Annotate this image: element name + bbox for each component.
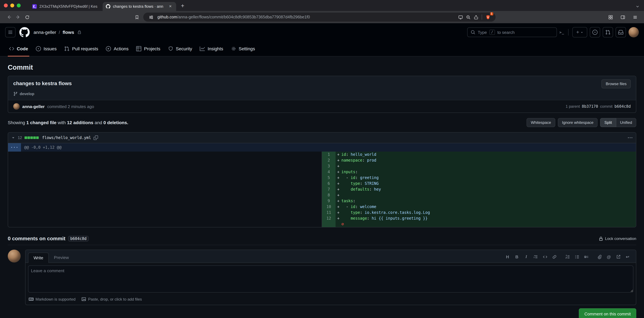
code-cell: id: hello_world — [341, 152, 636, 157]
tab-preview[interactable]: Preview — [49, 253, 74, 263]
bullet-list-icon[interactable] — [574, 254, 580, 259]
site-settings-icon[interactable] — [147, 13, 155, 21]
copy-path-icon[interactable] — [94, 135, 98, 140]
author-avatar[interactable] — [13, 103, 20, 110]
diff-line: 3+ — [322, 163, 636, 169]
command-palette-icon[interactable]: >_ — [560, 30, 564, 34]
pull-requests-dashboard-button[interactable] — [603, 27, 613, 37]
saved-replies-icon[interactable]: ↩ — [625, 254, 630, 259]
tab-pull-requests[interactable]: Pull requests — [60, 41, 102, 56]
tab-projects[interactable]: Projects — [132, 41, 164, 56]
browser-tab-kestra[interactable]: 2X3x2TMqX5NfvFPDj4wd6f | Kes — [29, 2, 102, 11]
markdown-supported-hint[interactable]: Markdown is supported — [29, 297, 76, 302]
parent-label: 1 parent — [566, 104, 580, 109]
cast-icon[interactable] — [456, 13, 464, 21]
tab-settings[interactable]: Settings — [227, 41, 259, 56]
global-nav-menu-button[interactable] — [5, 27, 16, 37]
plus-icon: + — [576, 30, 579, 35]
lock-conversation-button[interactable]: Lock conversation — [599, 236, 636, 241]
breadcrumb-owner[interactable]: anna-geller — [34, 30, 56, 35]
browse-files-button[interactable]: Browse files — [602, 79, 631, 88]
line-number[interactable]: 1 — [322, 152, 336, 157]
diff-line: 7+ defaults: hey — [322, 186, 636, 192]
brave-shield-icon[interactable]: 1 — [484, 13, 492, 21]
marker-empty — [336, 221, 341, 227]
tab-write[interactable]: Write — [28, 253, 49, 263]
quote-icon[interactable] — [533, 254, 538, 259]
cross-reference-icon[interactable] — [616, 254, 621, 259]
comment-textarea[interactable] — [28, 266, 633, 293]
mention-icon[interactable]: @ — [606, 254, 612, 259]
paste-hint-label: Paste, drop, or click to add files — [88, 297, 142, 302]
ignore-whitespace-button[interactable]: Ignore whitespace — [558, 118, 598, 127]
branch-name[interactable]: develop — [20, 92, 34, 96]
menu-icon[interactable] — [630, 12, 640, 22]
file-options-kebab-icon[interactable] — [628, 135, 633, 140]
window-zoom-button[interactable] — [17, 3, 21, 7]
line-number[interactable]: 11 — [322, 210, 336, 215]
line-number[interactable]: 12 — [322, 215, 336, 221]
tab-security[interactable]: Security — [164, 41, 196, 56]
tab-code[interactable]: Code — [5, 41, 32, 56]
comment-submit-button[interactable]: Comment on this commit — [579, 308, 636, 318]
github-header-area: anna-geller / flows Type / to search >_ … — [0, 23, 644, 56]
shield-badge: 1 — [490, 12, 493, 15]
line-number[interactable]: 6 — [322, 181, 336, 186]
tab-issues[interactable]: Issues — [32, 41, 60, 56]
bold-icon[interactable]: B — [514, 254, 520, 259]
line-number[interactable]: 4 — [322, 169, 336, 175]
tab-close-icon[interactable]: × — [168, 4, 173, 9]
share-icon[interactable] — [472, 13, 480, 21]
expand-hunk-button[interactable]: ··· — [8, 143, 21, 152]
attach-file-icon[interactable] — [597, 254, 602, 259]
heading-icon[interactable]: H — [505, 254, 510, 259]
collapse-chevron-icon[interactable] — [11, 136, 15, 140]
pull-request-icon — [64, 46, 70, 51]
reload-button[interactable] — [22, 12, 32, 22]
line-number[interactable]: 7 — [322, 186, 336, 192]
browser-tab-github[interactable]: changes to kestra flows · ann × — [102, 2, 176, 11]
new-tab-button[interactable]: + — [178, 1, 187, 10]
issues-dashboard-button[interactable] — [590, 27, 600, 37]
diff-line: 5+ - id: greeting — [322, 175, 636, 181]
author-login[interactable]: anna-geller — [22, 104, 45, 109]
tab-actions[interactable]: Actions — [102, 41, 132, 56]
global-search-input[interactable]: Type / to search — [467, 27, 557, 37]
line-number[interactable]: 2 — [322, 157, 336, 163]
parent-sha[interactable]: 8b37170 — [582, 104, 598, 109]
forward-button[interactable] — [14, 12, 22, 22]
line-number[interactable]: 5 — [322, 175, 336, 181]
line-number[interactable]: 9 — [322, 198, 336, 204]
line-number[interactable]: 8 — [322, 192, 336, 198]
unified-view-button[interactable]: Unified — [616, 118, 636, 127]
file-path[interactable]: flows/hello_world.yml — [42, 135, 91, 140]
code-cell: inputs: — [341, 169, 636, 175]
task-list-icon[interactable] — [584, 254, 589, 259]
window-minimize-button[interactable] — [10, 3, 14, 7]
line-number[interactable]: 3 — [322, 163, 336, 169]
create-new-button[interactable]: + — [572, 27, 587, 37]
breadcrumb-repo[interactable]: flows — [62, 30, 74, 35]
attach-files-hint[interactable]: Paste, drop, or click to add files — [81, 297, 142, 302]
url-text[interactable]: github.com/anna-geller/flows/commit/b604… — [158, 15, 310, 19]
link-icon[interactable] — [552, 254, 557, 259]
zoom-icon[interactable] — [464, 13, 472, 21]
italic-icon[interactable]: I — [524, 254, 529, 259]
extensions-icon[interactable] — [606, 12, 615, 22]
sidebar-icon[interactable] — [618, 12, 627, 22]
line-number[interactable]: 10 — [322, 204, 336, 210]
user-avatar[interactable] — [628, 27, 639, 37]
tab-insights[interactable]: Insights — [196, 41, 227, 56]
github-logo[interactable] — [19, 27, 30, 37]
inbox-button[interactable] — [616, 27, 626, 37]
code-cell: type: io.kestra.core.tasks.log.Log — [341, 210, 636, 215]
whitespace-button[interactable]: Whitespace — [526, 118, 555, 127]
tab-search-chevron-icon[interactable] — [636, 4, 640, 8]
back-button[interactable] — [4, 12, 14, 22]
window-close-button[interactable] — [4, 3, 8, 7]
address-bar[interactable]: github.com/anna-geller/flows/commit/b604… — [143, 12, 496, 22]
split-view-button[interactable]: Split — [600, 118, 616, 127]
code-snippet-icon[interactable] — [542, 254, 548, 259]
bookmark-icon[interactable] — [132, 12, 141, 22]
numbered-list-icon[interactable] — [565, 254, 570, 259]
